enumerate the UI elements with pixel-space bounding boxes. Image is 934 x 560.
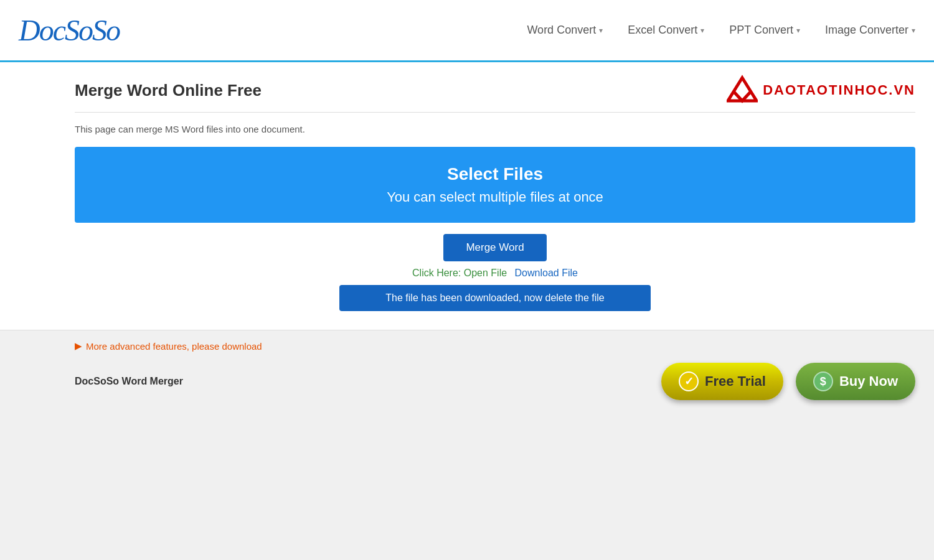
buy-now-button[interactable]: $ Buy Now	[796, 363, 915, 400]
page-title: Merge Word Online Free	[75, 81, 262, 100]
select-files-title: Select Files	[87, 164, 903, 184]
free-trial-label: Free Trial	[705, 373, 766, 390]
brand-name: DAOTAOTINHOC.VN	[763, 82, 915, 98]
advanced-features-link[interactable]: ▶ More advanced features, please downloa…	[75, 340, 915, 352]
advanced-section: ▶ More advanced features, please downloa…	[0, 330, 934, 410]
select-files-area[interactable]: Select Files You can select multiple fil…	[75, 147, 915, 223]
advanced-link-label: More advanced features, please download	[86, 341, 262, 352]
open-file-link[interactable]: Open File	[464, 268, 507, 278]
dollar-icon: $	[813, 371, 833, 391]
main-content: Merge Word Online Free DAOTAOTINHOC.VN T…	[0, 62, 934, 330]
arrow-right-icon: ▶	[75, 340, 82, 352]
logo-text: DocSoSo	[19, 14, 120, 47]
chevron-down-icon: ▾	[796, 26, 800, 35]
chevron-down-icon: ▾	[700, 26, 704, 35]
page-spacer	[0, 410, 934, 560]
download-file-link[interactable]: Download File	[515, 268, 578, 278]
product-row: DocSoSo Word Merger ✓ Free Trial $ Buy N…	[75, 363, 915, 400]
header: DocSoSo Word Convert ▾ Excel Convert ▾ P…	[0, 0, 934, 62]
checkmark-icon: ✓	[679, 371, 699, 391]
main-nav: Word Convert ▾ Excel Convert ▾ PPT Conve…	[527, 24, 915, 37]
content-area: Merge Word Online Free DAOTAOTINHOC.VN T…	[0, 62, 934, 330]
nav-ppt-convert-label: PPT Convert	[729, 24, 793, 37]
buy-now-label: Buy Now	[839, 373, 898, 390]
status-bar: The file has been downloaded, now delete…	[339, 285, 651, 311]
nav-ppt-convert[interactable]: PPT Convert ▾	[729, 24, 800, 37]
nav-excel-convert-label: Excel Convert	[628, 24, 697, 37]
nav-image-converter-label: Image Converter	[825, 24, 908, 37]
page-header-row: Merge Word Online Free DAOTAOTINHOC.VN	[75, 75, 915, 113]
click-here-label: Click Here: Open File	[412, 268, 510, 278]
nav-word-convert[interactable]: Word Convert ▾	[527, 24, 603, 37]
nav-word-convert-label: Word Convert	[527, 24, 596, 37]
nav-excel-convert[interactable]: Excel Convert ▾	[628, 24, 704, 37]
free-trial-button[interactable]: ✓ Free Trial	[661, 363, 783, 400]
merge-word-button[interactable]: Merge Word	[443, 234, 546, 261]
status-bar-wrapper: The file has been downloaded, now delete…	[75, 285, 915, 311]
links-row: Click Here: Open File Download File	[75, 268, 915, 279]
page-description: This page can merge MS Word files into o…	[75, 124, 915, 134]
chevron-down-icon: ▾	[912, 26, 915, 35]
chevron-down-icon: ▾	[599, 26, 603, 35]
product-name: DocSoSo Word Merger	[75, 376, 649, 387]
nav-image-converter[interactable]: Image Converter ▾	[825, 24, 915, 37]
merge-btn-row: Merge Word	[75, 234, 915, 261]
click-here-text: Click Here:	[412, 268, 461, 278]
svg-marker-0	[728, 78, 757, 101]
select-files-subtitle: You can select multiple files at once	[87, 189, 903, 205]
brand-triangle-icon	[727, 75, 758, 106]
logo[interactable]: DocSoSo	[19, 13, 120, 47]
brand-logo[interactable]: DAOTAOTINHOC.VN	[727, 75, 915, 106]
